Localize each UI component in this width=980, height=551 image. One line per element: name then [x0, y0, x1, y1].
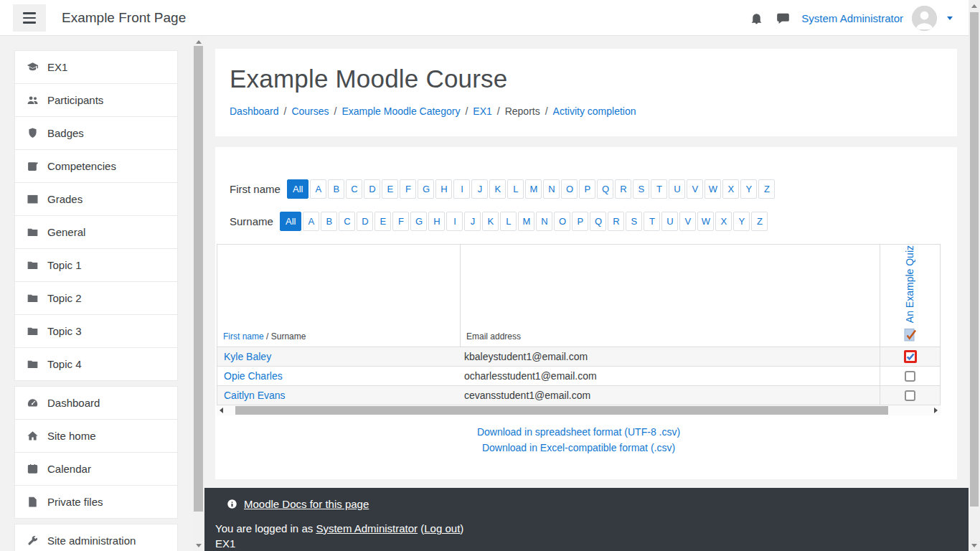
surname-letter-u[interactable]: U [661, 212, 678, 231]
sidebar-item-dashboard[interactable]: Dashboard [14, 386, 178, 420]
avatar[interactable] [912, 6, 937, 31]
moodle-docs-link[interactable]: Moodle Docs for this page [244, 498, 369, 510]
first-name-letter-p[interactable]: P [579, 179, 595, 199]
first-name-letter-c[interactable]: C [346, 179, 362, 199]
sidebar-item-competencies[interactable]: Competencies [14, 149, 178, 183]
notifications-button[interactable] [750, 11, 763, 25]
surname-letter-j[interactable]: J [464, 212, 481, 231]
surname-letter-f[interactable]: F [392, 212, 409, 231]
surname-letter-o[interactable]: O [554, 212, 570, 231]
surname-letter-l[interactable]: L [500, 212, 517, 231]
sidebar-item-site-home[interactable]: Site home [14, 419, 178, 453]
main-scroll-down-button[interactable] [969, 540, 980, 551]
hscroll-left-button[interactable] [217, 405, 226, 415]
first-name-letter-e[interactable]: E [382, 179, 398, 199]
first-name-letter-x[interactable]: X [722, 179, 739, 199]
hscroll-thumb[interactable] [235, 406, 888, 415]
logged-in-user-link[interactable]: System Administrator [316, 522, 418, 534]
sort-firstname-link[interactable]: First name [223, 331, 264, 342]
first-name-letter-n[interactable]: N [543, 179, 560, 199]
surname-letter-t[interactable]: T [644, 212, 660, 231]
first-name-letter-z[interactable]: Z [758, 179, 775, 199]
sidebar-item-ex1[interactable]: EX1 [14, 50, 178, 84]
first-name-letter-u[interactable]: U [669, 179, 685, 199]
sidebar-item-private-files[interactable]: Private files [14, 485, 178, 519]
first-name-letter-w[interactable]: W [705, 179, 721, 199]
sidebar-item-topic-4[interactable]: Topic 4 [14, 347, 178, 381]
first-name-letter-y[interactable]: Y [740, 179, 757, 199]
first-name-letter-j[interactable]: J [471, 179, 488, 199]
surname-letter-r[interactable]: R [608, 212, 624, 231]
surname-letter-w[interactable]: W [697, 212, 714, 231]
first-name-letter-r[interactable]: R [615, 179, 631, 199]
drawer-scrollbar-thumb[interactable] [194, 46, 203, 512]
drawer-scrollbar[interactable] [192, 36, 204, 551]
first-name-letter-d[interactable]: D [364, 179, 380, 199]
logout-link[interactable]: Log out [424, 522, 460, 534]
student-name-link[interactable]: Opie Charles [224, 370, 283, 382]
first-name-letter-l[interactable]: L [507, 179, 524, 199]
activity-quiz-link[interactable]: An Example Quiz [904, 245, 915, 323]
surname-letter-d[interactable]: D [357, 212, 373, 231]
messages-button[interactable] [776, 11, 790, 25]
chevron-down-icon[interactable] [947, 17, 953, 20]
surname-letter-z[interactable]: Z [751, 212, 768, 231]
surname-letter-k[interactable]: K [482, 212, 499, 231]
sidebar-item-participants[interactable]: Participants [14, 83, 178, 117]
main-scrollbar-thumb[interactable] [970, 12, 979, 507]
first-name-letter-all[interactable]: All [287, 179, 308, 199]
surname-letter-v[interactable]: V [679, 212, 696, 231]
surname-letter-a[interactable]: A [303, 212, 319, 231]
surname-letter-all[interactable]: All [280, 212, 301, 231]
first-name-letter-k[interactable]: K [489, 179, 506, 199]
surname-letter-e[interactable]: E [374, 212, 391, 231]
download-excel-link[interactable]: Download in Excel-compatible format (.cs… [217, 440, 941, 456]
surname-letter-m[interactable]: M [518, 212, 534, 231]
menu-button[interactable] [13, 4, 46, 32]
surname-letter-y[interactable]: Y [733, 212, 750, 231]
first-name-letter-t[interactable]: T [651, 179, 667, 199]
surname-letter-g[interactable]: G [410, 212, 427, 231]
surname-letter-c[interactable]: C [339, 212, 355, 231]
first-name-letter-g[interactable]: G [418, 179, 434, 199]
first-name-letter-a[interactable]: A [310, 179, 326, 199]
first-name-letter-v[interactable]: V [687, 179, 703, 199]
main-scrollbar[interactable] [969, 0, 980, 551]
drawer-scroll-down-button[interactable] [192, 540, 204, 551]
first-name-letter-i[interactable]: I [453, 179, 470, 199]
hscroll-right-button[interactable] [931, 405, 941, 415]
sidebar-item-topic-1[interactable]: Topic 1 [14, 248, 178, 282]
surname-letter-n[interactable]: N [536, 212, 552, 231]
sidebar-item-general[interactable]: General [14, 215, 178, 249]
sidebar-item-grades[interactable]: Grades [14, 182, 178, 216]
first-name-letter-b[interactable]: B [328, 179, 344, 199]
surname-letter-b[interactable]: B [321, 212, 337, 231]
sidebar-item-badges[interactable]: Badges [14, 116, 178, 150]
sidebar-item-topic-3[interactable]: Topic 3 [14, 314, 178, 348]
surname-letter-s[interactable]: S [626, 212, 642, 231]
student-name-link[interactable]: Caitlyn Evans [224, 390, 286, 401]
sidebar-item-topic-2[interactable]: Topic 2 [14, 281, 178, 315]
breadcrumb-link-activity-completion[interactable]: Activity completion [553, 105, 636, 117]
first-name-letter-o[interactable]: O [561, 179, 578, 199]
table-horizontal-scrollbar[interactable] [217, 405, 941, 415]
breadcrumb-link-example-moodle-category[interactable]: Example Moodle Category [341, 105, 460, 117]
surname-letter-q[interactable]: Q [590, 212, 606, 231]
breadcrumb-link-courses[interactable]: Courses [291, 105, 329, 117]
sidebar-item-calendar[interactable]: Calendar [14, 452, 178, 486]
first-name-letter-h[interactable]: H [435, 179, 452, 199]
first-name-letter-q[interactable]: Q [597, 179, 613, 199]
surname-letter-h[interactable]: H [428, 212, 445, 231]
surname-letter-p[interactable]: P [572, 212, 588, 231]
surname-letter-i[interactable]: I [446, 212, 463, 231]
main-scroll-up-button[interactable] [969, 0, 980, 11]
surname-letter-x[interactable]: X [715, 212, 732, 231]
sidebar-item-site-administration[interactable]: Site administration [14, 524, 178, 551]
first-name-letter-m[interactable]: M [525, 179, 542, 199]
breadcrumb-link-ex1[interactable]: EX1 [473, 105, 491, 117]
first-name-letter-s[interactable]: S [633, 179, 649, 199]
student-name-link[interactable]: Kyle Baley [224, 351, 271, 362]
first-name-letter-f[interactable]: F [400, 179, 416, 199]
breadcrumb-link-dashboard[interactable]: Dashboard [230, 105, 279, 117]
user-menu-link[interactable]: System Administrator [801, 12, 903, 24]
